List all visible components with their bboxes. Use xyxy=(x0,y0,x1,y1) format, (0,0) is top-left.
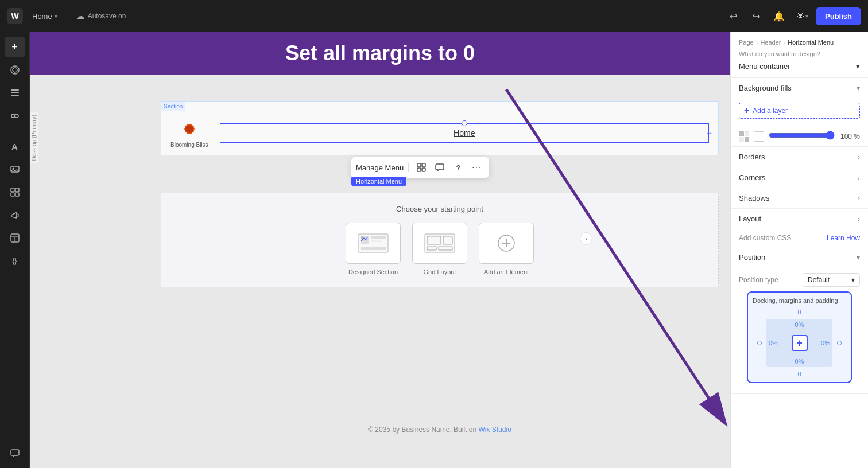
design-selector[interactable]: Menu container ▾ xyxy=(739,60,860,73)
page-selector[interactable]: Home ▾ xyxy=(28,10,62,23)
sidebar-item-apps[interactable] xyxy=(5,182,25,202)
manage-menu-more-icon[interactable]: ··· xyxy=(468,159,485,176)
choose-title: Choose your starting point xyxy=(396,205,483,213)
sidebar-item-pages[interactable] xyxy=(5,83,25,103)
position-content: Position type Default ▾ Docking, margins… xyxy=(731,267,868,393)
manage-menu-bar: Manage Menu ? ··· xyxy=(351,157,489,178)
right-panel-header: Page › Header › Horizontal Menu What do … xyxy=(731,32,868,78)
header-inner: Blooming Bliss Home ↔ xyxy=(161,111,718,155)
docking-top-pct: 0% xyxy=(795,321,804,328)
docking-section: Docking, margins and padding 0 0% 0% 0% xyxy=(747,291,852,383)
logo-area: Blooming Bliss xyxy=(170,118,208,148)
opacity-color-swatch[interactable] xyxy=(754,131,764,142)
add-layer-button[interactable]: + Add a layer xyxy=(739,103,860,119)
svg-rect-31 xyxy=(436,164,444,170)
sidebar-separator xyxy=(7,131,23,131)
sidebar-item-layers[interactable] xyxy=(5,60,25,80)
section-layout-title: Layout xyxy=(739,214,761,223)
section-shadows-title: Shadows xyxy=(739,194,769,202)
redo-button[interactable]: ↪ xyxy=(747,7,765,25)
grid-layout-box[interactable] xyxy=(412,223,467,264)
svg-point-6 xyxy=(15,114,18,118)
sidebar-chat-button[interactable] xyxy=(5,443,25,463)
add-layer-label: Add a layer xyxy=(753,107,788,115)
publish-button[interactable]: Publish xyxy=(816,7,861,25)
option-grid-layout-label: Grid Layout xyxy=(424,268,456,275)
svg-rect-17 xyxy=(11,450,19,455)
position-type-select[interactable]: Default ▾ xyxy=(803,273,860,287)
page-dropdown-icon: ▾ xyxy=(55,13,57,20)
manage-menu-grid-icon[interactable] xyxy=(413,159,429,176)
sidebar-item-marketing[interactable] xyxy=(5,205,25,225)
sidebar-item-table[interactable] xyxy=(5,228,25,248)
svg-point-34 xyxy=(361,236,363,239)
section-corners-header[interactable]: Corners › xyxy=(731,167,868,188)
section-shadows-header[interactable]: Shadows › xyxy=(731,188,868,208)
svg-rect-29 xyxy=(417,168,421,171)
section-bg-fills-header[interactable]: Background fills ▾ xyxy=(731,78,868,98)
left-sidebar: + A {} xyxy=(0,32,30,468)
manage-menu-comment-icon[interactable] xyxy=(432,159,448,176)
eye-icon: 👁 xyxy=(796,11,805,21)
nav-link-home[interactable]: Home xyxy=(454,128,475,138)
svg-rect-4 xyxy=(11,95,19,96)
opacity-row: 100 % xyxy=(731,126,868,147)
svg-rect-9 xyxy=(11,188,14,192)
option-add-element[interactable]: Add an Element xyxy=(479,223,534,275)
option-designed-section[interactable]: Designed Section xyxy=(346,223,401,275)
svg-rect-30 xyxy=(422,168,425,171)
option-add-element-label: Add an Element xyxy=(484,268,529,275)
sidebar-item-fonts[interactable]: A xyxy=(5,136,25,157)
sidebar-item-add[interactable]: + xyxy=(5,37,25,57)
checkerboard-icon xyxy=(739,131,749,142)
svg-point-26 xyxy=(185,125,193,133)
section-borders-header[interactable]: Borders › xyxy=(731,147,868,167)
choose-options: Designed Section Grid Layout xyxy=(346,223,534,275)
section-position-title: Position xyxy=(739,253,765,262)
section-position: Position ▾ Position type Default ▾ Docki… xyxy=(731,247,868,394)
breadcrumb-header[interactable]: Header xyxy=(760,39,781,46)
panel-collapse-button[interactable]: › xyxy=(580,232,592,245)
autosave-indicator: ☁ Autosave on xyxy=(76,11,126,21)
sidebar-item-code[interactable]: {} xyxy=(5,251,25,271)
notifications-button[interactable]: 🔔 xyxy=(770,7,788,25)
preview-button[interactable]: 👁 ▾ xyxy=(793,7,811,25)
undo-button[interactable]: ↩ xyxy=(724,7,742,25)
section-corners-title: Corners xyxy=(739,173,765,182)
sidebar-item-cms[interactable] xyxy=(5,106,25,126)
svg-point-5 xyxy=(11,114,15,118)
resize-handle-icon[interactable]: ↔ xyxy=(706,129,713,137)
opacity-slider[interactable] xyxy=(769,131,835,142)
docking-title: Docking, margins and padding xyxy=(753,297,846,304)
sidebar-item-media[interactable] xyxy=(5,159,25,180)
canvas-area: Set all margins to 0 › Desktop (Primary)… xyxy=(30,32,730,468)
section-shadows-arrow: › xyxy=(858,194,860,202)
learn-how-link[interactable]: Learn How xyxy=(827,234,860,242)
opacity-range-input[interactable] xyxy=(769,131,835,140)
menu-container[interactable]: Home ↔ xyxy=(220,123,709,143)
designed-section-box[interactable] xyxy=(346,223,401,264)
option-designed-section-label: Designed Section xyxy=(348,268,398,275)
docking-right-dot xyxy=(837,341,842,345)
docking-bottom-value: 0 xyxy=(797,370,801,377)
choose-starting-point: Choose your starting point xyxy=(161,193,719,287)
docking-center-button[interactable]: + xyxy=(792,335,808,351)
docking-left-pct: 0% xyxy=(769,340,778,346)
wix-studio-link[interactable]: Wix Studio xyxy=(478,426,511,434)
horizontal-menu-tag: Horizontal Menu xyxy=(351,177,406,186)
breadcrumb-page[interactable]: Page xyxy=(739,39,754,46)
section-layout-header[interactable]: Layout › xyxy=(731,209,868,229)
manage-menu-help-icon[interactable]: ? xyxy=(450,159,466,176)
section-position-arrow: ▾ xyxy=(857,253,860,262)
position-type-label: Position type xyxy=(739,276,778,284)
right-panel: Page › Header › Horizontal Menu What do … xyxy=(730,32,868,468)
option-grid-layout[interactable]: Grid Layout xyxy=(412,223,467,275)
section-label: Section xyxy=(161,102,185,111)
section-position-header[interactable]: Position ▾ xyxy=(731,247,868,267)
app-logo[interactable]: W xyxy=(7,8,23,24)
add-element-box[interactable] xyxy=(479,223,534,264)
section-background-fills: Background fills ▾ + Add a layer xyxy=(731,78,868,126)
opacity-value-label: 100 % xyxy=(839,132,860,141)
section-bg-fills-title: Background fills xyxy=(739,84,792,92)
breadcrumb: Page › Header › Horizontal Menu xyxy=(739,39,860,46)
